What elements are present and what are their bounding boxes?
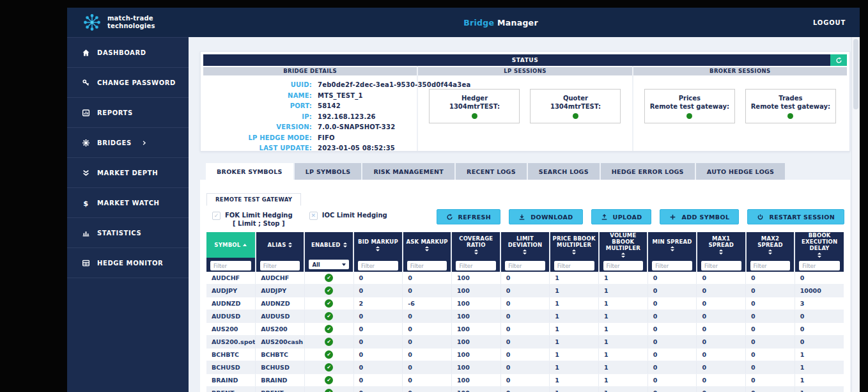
filter-input-min-spread[interactable] bbox=[652, 261, 692, 270]
refresh-button[interactable]: REFRESH bbox=[437, 209, 501, 224]
column-header-limit-deviation[interactable]: LIMIT DEVIATION bbox=[500, 232, 550, 258]
tab-search-logs[interactable]: SEARCH LOGS bbox=[528, 163, 600, 180]
checkbox-sublabel: [ Limit ; Stop ] bbox=[225, 219, 293, 228]
sidebar-item-market-depth[interactable]: MARKET DEPTH bbox=[67, 158, 189, 188]
filter-input-volume-bbook-multipler[interactable] bbox=[603, 261, 644, 270]
gear-icon bbox=[82, 139, 90, 147]
refresh-icon bbox=[446, 214, 453, 221]
value-cell: 0 bbox=[353, 285, 403, 297]
status-header-bar: STATUS bbox=[203, 54, 847, 66]
filter-cell-bid-markup bbox=[353, 258, 403, 272]
table-row-audusd[interactable]: AUDUSDAUDUSD✔001000110000 bbox=[206, 310, 844, 323]
sidebar-item-statistics[interactable]: STATISTICS bbox=[67, 218, 189, 248]
table-row-bchbtc[interactable]: BCHBTCBCHBTC✔001000110001 bbox=[206, 349, 844, 361]
tab-recent-logs[interactable]: RECENT LOGS bbox=[456, 163, 527, 180]
sidebar-item-bridges[interactable]: BRIDGES bbox=[67, 128, 189, 158]
value-cell: 0 bbox=[500, 285, 550, 297]
filter-input-max1-spread[interactable] bbox=[701, 261, 741, 270]
detail-row: NAME:MTS_TEST_1 bbox=[203, 91, 417, 102]
column-header-bid-markup[interactable]: BID MARKUP bbox=[353, 232, 403, 258]
table-row-aus200[interactable]: AUS200AUS200✔001000110000 bbox=[206, 323, 844, 336]
column-header-alias[interactable]: ALIAS bbox=[256, 232, 305, 258]
filter-input-bid-markup[interactable] bbox=[358, 261, 398, 270]
enabled-cell: ✔ bbox=[304, 297, 353, 310]
filter-input-bbook-execution-delay[interactable] bbox=[799, 261, 840, 270]
value-cell: 0 bbox=[353, 349, 403, 361]
tab-hedge-error-logs[interactable]: HEDGE ERROR LOGS bbox=[601, 163, 695, 180]
power-icon bbox=[757, 214, 764, 221]
sidebar-item-dashboard[interactable]: DASHBOARD bbox=[67, 38, 189, 68]
column-header-coverage-ratio[interactable]: COVERAGE RATIO bbox=[451, 232, 500, 258]
restart-session-button[interactable]: RESTART SESSION bbox=[747, 209, 844, 224]
filter-cell-volume-bbook-multipler bbox=[599, 258, 648, 272]
enabled-filter-select[interactable]: All bbox=[309, 260, 349, 269]
tab-risk-management[interactable]: RISK MANAGEMENT bbox=[362, 163, 454, 180]
filter-input-alias[interactable] bbox=[260, 261, 300, 270]
add-symbol-button[interactable]: ADD SYMBOL bbox=[660, 209, 739, 224]
column-header-enabled[interactable]: ENABLED bbox=[304, 232, 353, 258]
table-row-bchusd[interactable]: BCHUSDBCHUSD✔001000110001 bbox=[206, 361, 844, 374]
filter-input-price-bbook-multipler[interactable] bbox=[554, 261, 594, 270]
sidebar-item-change-password[interactable]: CHANGE PASSWORD bbox=[67, 68, 189, 98]
filter-input-symbol[interactable] bbox=[210, 261, 251, 270]
value-cell: 0 bbox=[647, 297, 697, 310]
page-title-accent: Bridge bbox=[463, 18, 494, 27]
check-icon[interactable]: ✓ bbox=[212, 212, 221, 220]
enabled-check-icon: ✔ bbox=[325, 376, 333, 384]
chevron-right-icon bbox=[141, 140, 147, 146]
scrollbar[interactable] bbox=[851, 37, 860, 392]
download-button[interactable]: DOWNLOAD bbox=[509, 209, 582, 224]
filter-input-max2-spread[interactable] bbox=[750, 261, 791, 270]
value-cell: 1 bbox=[550, 285, 599, 297]
home-icon bbox=[82, 49, 90, 57]
table-row-audchf[interactable]: AUDCHFAUDCHF✔001000110000 bbox=[206, 272, 844, 285]
session-target: Remote test gateway: bbox=[650, 102, 729, 111]
tab-lp-symbols[interactable]: LP SYMBOLS bbox=[295, 163, 362, 180]
checkbox-ioc-limit-hedging[interactable]: ✕IOC Limit Hedging bbox=[309, 211, 387, 228]
tab-broker-symbols[interactable]: BROKER SYMBOLS bbox=[206, 163, 293, 180]
sidebar-item-hedge-monitor[interactable]: HEDGE MONITOR bbox=[67, 248, 189, 278]
main-content: STATUS BRIDGE DETAILS UUID:7eb0de2f-2dec… bbox=[189, 37, 860, 392]
column-header-max1-spread[interactable]: MAX1 SPREAD bbox=[697, 232, 746, 258]
alias-cell: BRAIND bbox=[256, 374, 305, 387]
subtab-remote-test-gateway[interactable]: REMOTE TEST GATEWAY bbox=[206, 193, 301, 206]
table-row-brent[interactable]: BRENTBRENT✔001000110001 bbox=[206, 387, 844, 392]
column-header-max2-spread[interactable]: MAX2 SPREAD bbox=[746, 232, 795, 258]
scrollbar-thumb[interactable] bbox=[853, 39, 858, 109]
value-cell: 0 bbox=[746, 310, 795, 323]
button-label: RESTART SESSION bbox=[769, 214, 835, 221]
value-cell: 10000 bbox=[794, 285, 844, 297]
column-header-volume-bbook-multipler[interactable]: VOLUME BBOOK MULTIPLER bbox=[599, 232, 648, 258]
table-row-aus200-spot[interactable]: AUS200.spotAUS200cash✔001000110000 bbox=[206, 336, 844, 349]
value-cell: 0 bbox=[403, 310, 452, 323]
filter-input-coverage-ratio[interactable] bbox=[456, 261, 496, 270]
status-refresh-button[interactable] bbox=[830, 54, 847, 66]
logout-button[interactable]: LOGOUT bbox=[813, 19, 860, 26]
filter-input-limit-deviation[interactable] bbox=[505, 261, 545, 270]
upload-button[interactable]: UPLOAD bbox=[591, 209, 652, 224]
column-header-bbook-execution-delay[interactable]: BBOOK EXECUTION DELAY bbox=[794, 232, 844, 258]
column-header-min-spread[interactable]: MIN SPREAD bbox=[647, 232, 697, 258]
detail-value: MTS_TEST_1 bbox=[312, 91, 363, 102]
checkbox-label: FOK Limit Hedging[ Limit ; Stop ] bbox=[225, 211, 293, 228]
table-row-audnzd[interactable]: AUDNZDAUDNZD✔2-61000110003 bbox=[206, 297, 844, 310]
column-header-ask-markup[interactable]: ASK MARKUP bbox=[403, 232, 452, 258]
filter-input-ask-markup[interactable] bbox=[407, 261, 447, 270]
broker-sessions-title: BROKER SESSIONS bbox=[633, 67, 847, 75]
table-row-audjpy[interactable]: AUDJPYAUDJPY✔0010001100010000 bbox=[206, 285, 844, 297]
tab-auto-hedge-logs[interactable]: AUTO HEDGE LOGS bbox=[696, 163, 786, 180]
value-cell: 0 bbox=[697, 310, 746, 323]
filter-cell-max1-spread bbox=[697, 258, 746, 272]
checkbox-fok-limit-hedging[interactable]: ✓FOK Limit Hedging[ Limit ; Stop ] bbox=[212, 211, 293, 228]
table-row-braind[interactable]: BRAINDBRAIND✔001000110001 bbox=[206, 374, 844, 387]
chevrons-down-icon bbox=[82, 169, 90, 177]
cross-icon[interactable]: ✕ bbox=[309, 212, 318, 220]
column-header-price-bbook-multipler[interactable]: PRICE BBOOK MULTIPLER bbox=[550, 232, 599, 258]
column-header-symbol[interactable]: SYMBOL bbox=[206, 232, 256, 258]
alias-cell: AUDJPY bbox=[256, 285, 305, 297]
sidebar-item-market-watch[interactable]: $MARKET WATCH bbox=[67, 188, 189, 218]
sidebar-item-reports[interactable]: REPORTS bbox=[67, 98, 189, 128]
symbol-cell: AUDCHF bbox=[206, 272, 256, 285]
enabled-filter-value: All bbox=[312, 262, 320, 268]
value-cell: 0 bbox=[697, 349, 746, 361]
